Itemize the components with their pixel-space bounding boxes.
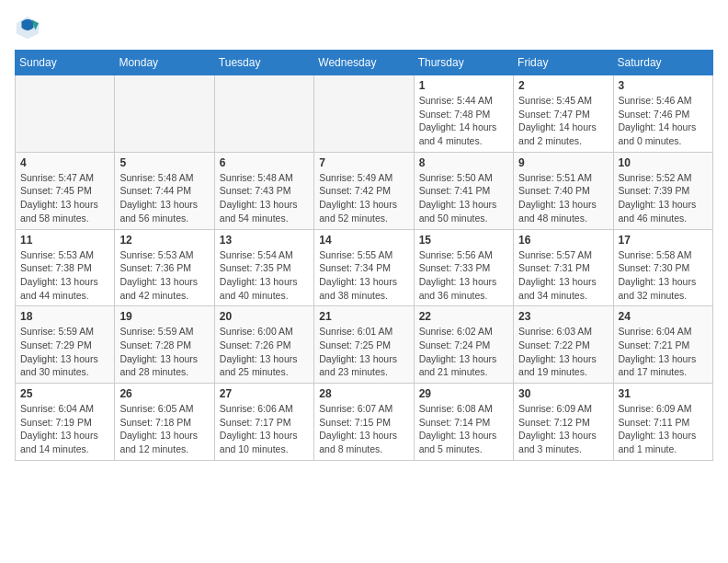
day-number: 8 xyxy=(419,156,508,169)
calendar-day-cell: 8Sunrise: 5:50 AM Sunset: 7:41 PM Daylig… xyxy=(414,152,513,229)
day-info: Sunrise: 6:02 AM Sunset: 7:24 PM Dayligh… xyxy=(419,325,508,379)
day-info: Sunrise: 5:53 AM Sunset: 7:38 PM Dayligh… xyxy=(20,248,109,303)
day-number: 25 xyxy=(20,387,109,400)
day-info: Sunrise: 5:49 AM Sunset: 7:42 PM Dayligh… xyxy=(319,171,408,225)
day-number: 16 xyxy=(518,234,608,247)
day-info: Sunrise: 5:50 AM Sunset: 7:41 PM Dayligh… xyxy=(419,171,508,225)
day-of-week-header: Sunday xyxy=(16,51,115,75)
day-number: 18 xyxy=(20,310,109,323)
day-info: Sunrise: 6:00 AM Sunset: 7:26 PM Dayligh… xyxy=(220,325,309,379)
day-info: Sunrise: 6:06 AM Sunset: 7:17 PM Dayligh… xyxy=(220,402,309,456)
day-number: 29 xyxy=(419,387,508,400)
day-info: Sunrise: 6:09 AM Sunset: 7:11 PM Dayligh… xyxy=(619,402,708,456)
day-number: 3 xyxy=(619,79,708,92)
calendar-day-cell: 18Sunrise: 5:59 AM Sunset: 7:29 PM Dayli… xyxy=(16,306,115,384)
day-number: 12 xyxy=(119,234,209,247)
day-info: Sunrise: 5:47 AM Sunset: 7:45 PM Dayligh… xyxy=(20,171,109,225)
calendar-day-cell: 9Sunrise: 5:51 AM Sunset: 7:40 PM Daylig… xyxy=(514,152,613,229)
day-number: 6 xyxy=(220,156,309,169)
calendar-day-cell: 17Sunrise: 5:58 AM Sunset: 7:30 PM Dayli… xyxy=(613,229,712,306)
day-number: 7 xyxy=(319,156,408,169)
calendar-week-row: 1Sunrise: 5:44 AM Sunset: 7:48 PM Daylig… xyxy=(16,75,713,153)
day-info: Sunrise: 6:08 AM Sunset: 7:14 PM Dayligh… xyxy=(419,402,508,456)
calendar-day-cell: 22Sunrise: 6:02 AM Sunset: 7:24 PM Dayli… xyxy=(414,306,513,384)
calendar-day-cell: 5Sunrise: 5:48 AM Sunset: 7:44 PM Daylig… xyxy=(115,152,214,229)
day-info: Sunrise: 5:46 AM Sunset: 7:46 PM Dayligh… xyxy=(619,94,708,148)
calendar-day-cell: 15Sunrise: 5:56 AM Sunset: 7:33 PM Dayli… xyxy=(414,229,513,306)
calendar-day-cell: 19Sunrise: 5:59 AM Sunset: 7:28 PM Dayli… xyxy=(115,306,214,384)
day-info: Sunrise: 6:05 AM Sunset: 7:18 PM Dayligh… xyxy=(119,402,209,456)
day-number: 20 xyxy=(220,310,309,323)
calendar-day-cell: 20Sunrise: 6:00 AM Sunset: 7:26 PM Dayli… xyxy=(214,306,313,384)
calendar-day-cell: 3Sunrise: 5:46 AM Sunset: 7:46 PM Daylig… xyxy=(613,75,712,153)
calendar-week-row: 4Sunrise: 5:47 AM Sunset: 7:45 PM Daylig… xyxy=(16,152,713,229)
day-info: Sunrise: 5:59 AM Sunset: 7:29 PM Dayligh… xyxy=(20,325,109,379)
day-info: Sunrise: 5:58 AM Sunset: 7:30 PM Dayligh… xyxy=(619,248,708,303)
day-number: 10 xyxy=(619,156,708,169)
calendar-day-cell xyxy=(314,75,414,153)
calendar-day-cell: 21Sunrise: 6:01 AM Sunset: 7:25 PM Dayli… xyxy=(314,306,414,384)
calendar-day-cell: 10Sunrise: 5:52 AM Sunset: 7:39 PM Dayli… xyxy=(613,152,712,229)
day-info: Sunrise: 5:57 AM Sunset: 7:31 PM Dayligh… xyxy=(518,248,608,303)
day-of-week-header: Monday xyxy=(115,51,214,75)
day-number: 30 xyxy=(518,387,608,400)
day-info: Sunrise: 5:52 AM Sunset: 7:39 PM Dayligh… xyxy=(619,171,708,225)
calendar-day-cell: 1Sunrise: 5:44 AM Sunset: 7:48 PM Daylig… xyxy=(414,75,513,153)
day-number: 13 xyxy=(220,234,309,247)
day-of-week-header: Thursday xyxy=(414,51,513,75)
day-number: 2 xyxy=(518,79,608,92)
day-info: Sunrise: 5:59 AM Sunset: 7:28 PM Dayligh… xyxy=(119,325,209,379)
day-number: 14 xyxy=(319,234,408,247)
calendar-day-cell: 29Sunrise: 6:08 AM Sunset: 7:14 PM Dayli… xyxy=(414,384,513,461)
day-number: 9 xyxy=(518,156,608,169)
calendar-day-cell: 16Sunrise: 5:57 AM Sunset: 7:31 PM Dayli… xyxy=(514,229,613,306)
day-of-week-header: Friday xyxy=(514,51,613,75)
logo xyxy=(15,15,44,40)
calendar-day-cell xyxy=(16,75,115,153)
day-number: 26 xyxy=(119,387,209,400)
day-info: Sunrise: 6:09 AM Sunset: 7:12 PM Dayligh… xyxy=(518,402,608,456)
day-info: Sunrise: 6:07 AM Sunset: 7:15 PM Dayligh… xyxy=(319,402,408,456)
calendar-table: SundayMondayTuesdayWednesdayThursdayFrid… xyxy=(15,50,713,461)
day-info: Sunrise: 6:04 AM Sunset: 7:21 PM Dayligh… xyxy=(619,325,708,379)
calendar-day-cell: 26Sunrise: 6:05 AM Sunset: 7:18 PM Dayli… xyxy=(115,384,214,461)
calendar-day-cell: 11Sunrise: 5:53 AM Sunset: 7:38 PM Dayli… xyxy=(16,229,115,306)
calendar-day-cell xyxy=(115,75,214,153)
day-info: Sunrise: 5:48 AM Sunset: 7:44 PM Dayligh… xyxy=(119,171,209,225)
calendar-day-cell xyxy=(214,75,313,153)
calendar-header-row: SundayMondayTuesdayWednesdayThursdayFrid… xyxy=(16,51,713,75)
calendar-day-cell: 13Sunrise: 5:54 AM Sunset: 7:35 PM Dayli… xyxy=(214,229,313,306)
calendar-day-cell: 2Sunrise: 5:45 AM Sunset: 7:47 PM Daylig… xyxy=(514,75,613,153)
day-info: Sunrise: 6:03 AM Sunset: 7:22 PM Dayligh… xyxy=(518,325,608,379)
calendar-day-cell: 30Sunrise: 6:09 AM Sunset: 7:12 PM Dayli… xyxy=(514,384,613,461)
calendar-day-cell: 28Sunrise: 6:07 AM Sunset: 7:15 PM Dayli… xyxy=(314,384,414,461)
calendar-day-cell: 6Sunrise: 5:48 AM Sunset: 7:43 PM Daylig… xyxy=(214,152,313,229)
page-header xyxy=(15,15,713,40)
calendar-week-row: 18Sunrise: 5:59 AM Sunset: 7:29 PM Dayli… xyxy=(16,306,713,384)
day-info: Sunrise: 6:01 AM Sunset: 7:25 PM Dayligh… xyxy=(319,325,408,379)
day-number: 31 xyxy=(619,387,708,400)
day-number: 15 xyxy=(419,234,508,247)
day-info: Sunrise: 5:53 AM Sunset: 7:36 PM Dayligh… xyxy=(119,248,209,303)
day-number: 17 xyxy=(619,234,708,247)
calendar-day-cell: 25Sunrise: 6:04 AM Sunset: 7:19 PM Dayli… xyxy=(16,384,115,461)
day-info: Sunrise: 5:54 AM Sunset: 7:35 PM Dayligh… xyxy=(220,248,309,303)
day-number: 1 xyxy=(419,79,508,92)
day-info: Sunrise: 5:55 AM Sunset: 7:34 PM Dayligh… xyxy=(319,248,408,303)
day-number: 27 xyxy=(220,387,309,400)
day-number: 19 xyxy=(119,310,209,323)
day-info: Sunrise: 5:48 AM Sunset: 7:43 PM Dayligh… xyxy=(220,171,309,225)
day-info: Sunrise: 5:56 AM Sunset: 7:33 PM Dayligh… xyxy=(419,248,508,303)
day-info: Sunrise: 6:04 AM Sunset: 7:19 PM Dayligh… xyxy=(20,402,109,456)
day-number: 5 xyxy=(119,156,209,169)
calendar-day-cell: 31Sunrise: 6:09 AM Sunset: 7:11 PM Dayli… xyxy=(613,384,712,461)
logo-icon xyxy=(15,15,40,40)
day-number: 22 xyxy=(419,310,508,323)
calendar-day-cell: 7Sunrise: 5:49 AM Sunset: 7:42 PM Daylig… xyxy=(314,152,414,229)
calendar-day-cell: 14Sunrise: 5:55 AM Sunset: 7:34 PM Dayli… xyxy=(314,229,414,306)
calendar-day-cell: 24Sunrise: 6:04 AM Sunset: 7:21 PM Dayli… xyxy=(613,306,712,384)
day-number: 24 xyxy=(619,310,708,323)
calendar-day-cell: 27Sunrise: 6:06 AM Sunset: 7:17 PM Dayli… xyxy=(214,384,313,461)
day-number: 11 xyxy=(20,234,109,247)
day-info: Sunrise: 5:51 AM Sunset: 7:40 PM Dayligh… xyxy=(518,171,608,225)
